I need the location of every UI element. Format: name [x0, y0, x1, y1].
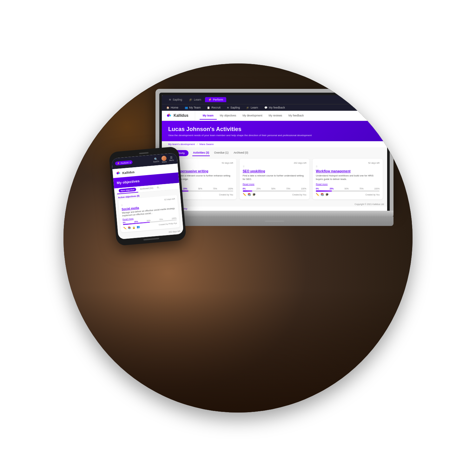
scene: ≋ Sapling 🎓 Learn ⚡ Perform	[0, 0, 476, 476]
phone-menu-area: ☰ Menu	[169, 156, 174, 161]
phone-card-icons: ✏️ 📚 🔒 👥	[123, 226, 140, 230]
app-navbar: 🏠 Home 👥 My Team 📋 Recruit	[162, 104, 387, 111]
laptop-bezel: ≋ Sapling 🎓 Learn ⚡ Perform	[159, 93, 390, 211]
activity-cards: 52 days left ⠿ Sales / persuasive writin…	[166, 159, 383, 199]
perform-icon: ⚡	[208, 98, 212, 101]
sapling-nav-icon: ≋	[227, 106, 229, 109]
breadcrumb-sep: /	[197, 143, 197, 146]
recruit-icon: 📋	[207, 106, 210, 109]
phone-search-area: 🔍 Search	[153, 157, 159, 163]
phone-logo-icon	[116, 170, 121, 176]
phone-outer: ⚡ Perform ▾ 🔍 Search Maria	[109, 146, 187, 246]
laptop: ≋ Sapling 🎓 Learn ⚡ Perform	[155, 89, 393, 226]
phone-screen: ⚡ Perform ▾ 🔍 Search Maria	[111, 153, 184, 240]
laptop-keyboard	[155, 216, 393, 226]
tab-overdue[interactable]: Overdue (1)	[214, 150, 229, 156]
breadcrumb-current: Mara Swann	[199, 143, 214, 146]
subnav-my-feedback[interactable]: My feedback	[285, 112, 307, 120]
edit-icon-2: ✏️	[243, 193, 246, 196]
card-2-progress: 0% 25% 50% 75% 100%	[243, 188, 307, 192]
subnav-my-reviews[interactable]: My reviews	[266, 112, 286, 120]
app-topbar: ≋ Sapling 🎓 Learn ⚡ Perform	[162, 95, 387, 104]
subnav-my-team[interactable]: My team	[200, 112, 217, 120]
circle-clip: ≋ Sapling 🎓 Learn ⚡ Perform	[63, 63, 413, 413]
hero-banner: Lucas Johnson's Activities View the deve…	[162, 121, 387, 141]
progress-labels-3: 0% 25% 50% 75% 100%	[316, 188, 380, 190]
card-1-creator: Created by You	[219, 194, 233, 196]
kallidus-logo: Kallidus	[166, 113, 188, 118]
card-3-title[interactable]: Workflow management	[316, 169, 380, 173]
card-2-footer: ✏️ 📚 🎓 Created by You	[243, 193, 307, 196]
feedback-icon: 💬	[264, 106, 268, 109]
card-2-title[interactable]: SEO upskilling	[243, 169, 307, 173]
grad-icon-3: 🎓	[325, 193, 329, 196]
copyright: Copyright © 2021 Kallidus Ltd	[162, 202, 387, 207]
grad-icon-2: 🎓	[252, 193, 256, 196]
card-3-footer: ✏️ 📚 🎓 Created by You	[316, 193, 380, 196]
nav-myteam[interactable]: 👥 My Team	[185, 106, 201, 109]
card-2-creator: Created by You	[292, 194, 306, 196]
nav-home[interactable]: 🏠 Home	[166, 106, 178, 109]
tab-perform[interactable]: ⚡ Perform	[205, 97, 226, 102]
breadcrumb: My team's development / Mara Swann	[162, 141, 387, 147]
home-icon: 🏠	[166, 106, 169, 109]
phone-chevron: ▾	[129, 161, 131, 163]
drag-icon-2: ⠿	[243, 165, 307, 168]
phone: ⚡ Perform ▾ 🔍 Search Maria	[109, 146, 187, 246]
card-2-read-more[interactable]: Read more	[243, 183, 307, 186]
phone-group-icon: 👥	[136, 226, 140, 229]
learn-nav-icon: 🎓	[246, 106, 249, 109]
phone-perform-badge: ⚡ Perform ▾	[115, 160, 133, 166]
phone-card-1: 52 days left ⠿ Social media Manage and d…	[118, 195, 180, 233]
subnav-my-objectives[interactable]: My objectives	[217, 112, 240, 120]
card-2-desc: Find a take a relevant course to further…	[243, 174, 307, 181]
laptop-screen: ≋ Sapling 🎓 Learn ⚡ Perform	[162, 95, 387, 211]
nav-sapling[interactable]: ≋ Sapling	[227, 106, 240, 109]
tab-sapling[interactable]: ≋ Sapling	[166, 97, 185, 102]
phone-hero-title: My objectives	[116, 176, 175, 185]
book-icon-2: 📚	[248, 193, 251, 196]
card-2-icons: ✏️ 📚 🎓	[243, 193, 256, 196]
activity-card-3: 52 days left ⠿ Workflow management Under…	[313, 159, 383, 199]
card-2-days: 202 days left	[243, 162, 307, 164]
phone-avatar	[161, 155, 167, 161]
svg-point-2	[168, 114, 170, 116]
phone-kallidus-logo: Kallidus	[116, 169, 135, 176]
activity-card-2: 202 days left ⠿ SEO upskilling Find a ta…	[240, 159, 310, 199]
breadcrumb-parent[interactable]: My team's development	[168, 143, 195, 146]
tab-learn[interactable]: 🎓 Learn	[186, 97, 204, 102]
bottom-overlay	[63, 290, 413, 413]
team-icon: 👥	[185, 106, 188, 109]
laptop-base	[155, 211, 393, 216]
footer-links[interactable]: Policy | Cookie policy	[162, 207, 387, 211]
card-3-days: 52 days left	[316, 162, 380, 164]
progress-track-3	[316, 190, 380, 192]
kallidus-logo-icon	[166, 113, 172, 118]
user-info: Maria DeBeau	[357, 97, 383, 102]
phone-book-icon: 📚	[128, 226, 131, 229]
drag-icon-3: ⠿	[316, 165, 380, 168]
phone-home-button[interactable]	[143, 238, 159, 240]
tab-activities[interactable]: Activities (3)	[192, 150, 210, 156]
sapling-icon: ≋	[169, 98, 171, 101]
logo-bar: Kallidus	[162, 111, 195, 121]
phone-lock-icon: 🔒	[132, 226, 136, 229]
card-3-read-more[interactable]: Read more	[316, 183, 380, 186]
phone-perform-icon: ⚡	[117, 162, 120, 165]
nav-learn[interactable]: 🎓 Learn	[246, 106, 258, 109]
card-3-desc: Understand Hubspot workflows and build o…	[316, 174, 380, 181]
nav-feedback[interactable]: 💬 My feedback	[264, 106, 285, 109]
user-avatar	[378, 97, 383, 102]
phone-topbar-icons: 🔍 Search Maria ☰ Menu	[153, 155, 174, 164]
nav-recruit[interactable]: 📋 Recruit	[207, 106, 221, 109]
phone-card-creator: Created by Philip Pye	[159, 222, 177, 226]
phone-speaker	[139, 152, 149, 154]
laptop-body: ≋ Sapling 🎓 Learn ⚡ Perform	[155, 89, 393, 211]
subnav-my-development[interactable]: My development	[239, 112, 265, 120]
tab-archived[interactable]: Archived (0)	[233, 150, 249, 156]
card-3-icons: ✏️ 📚 🎓	[316, 193, 329, 196]
phone-tab-g[interactable]: G...	[155, 184, 163, 191]
progress-labels-2: 0% 25% 50% 75% 100%	[243, 188, 307, 190]
activity-section: New activity Activities (3) Overdue (1) …	[162, 147, 387, 202]
phone-edit-icon: ✏️	[123, 227, 127, 230]
